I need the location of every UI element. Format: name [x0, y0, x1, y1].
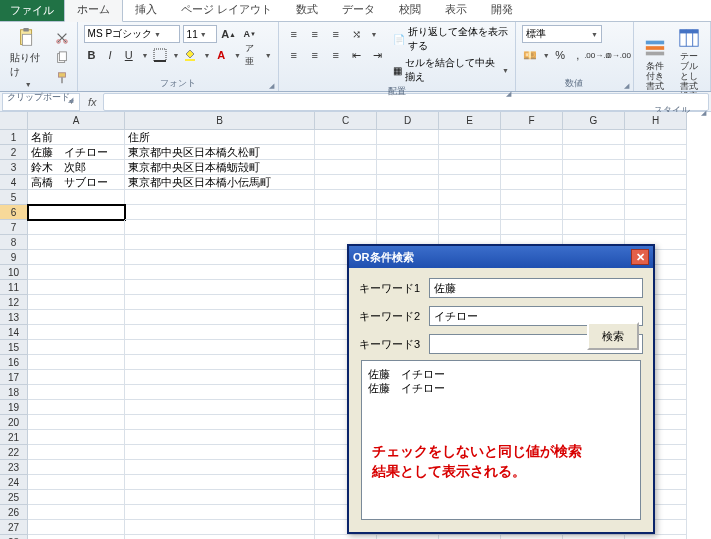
row-header[interactable]: 22: [0, 445, 28, 460]
cell[interactable]: [501, 145, 563, 160]
row-header[interactable]: 11: [0, 280, 28, 295]
cell[interactable]: [125, 250, 315, 265]
font-size-combo[interactable]: 11▼: [183, 25, 217, 43]
cell[interactable]: [28, 190, 125, 205]
cell[interactable]: [125, 475, 315, 490]
cell[interactable]: [563, 535, 625, 539]
cell[interactable]: [563, 175, 625, 190]
cell[interactable]: [125, 430, 315, 445]
cell[interactable]: [377, 190, 439, 205]
cell[interactable]: [439, 130, 501, 145]
cell[interactable]: [125, 415, 315, 430]
cell[interactable]: [501, 190, 563, 205]
cell[interactable]: [377, 535, 439, 539]
col-header[interactable]: D: [377, 112, 439, 130]
row-header[interactable]: 12: [0, 295, 28, 310]
cell[interactable]: [125, 505, 315, 520]
cell[interactable]: [439, 160, 501, 175]
cell[interactable]: [125, 325, 315, 340]
currency-button[interactable]: 💴: [522, 46, 538, 64]
cell[interactable]: [28, 370, 125, 385]
cell[interactable]: [625, 175, 687, 190]
row-header[interactable]: 13: [0, 310, 28, 325]
cell[interactable]: [315, 205, 377, 220]
cell[interactable]: [315, 160, 377, 175]
cell[interactable]: [625, 145, 687, 160]
cell[interactable]: [625, 205, 687, 220]
cell[interactable]: 佐藤 イチロー: [28, 145, 125, 160]
cell[interactable]: 名前: [28, 130, 125, 145]
align-right-button[interactable]: ≡: [327, 46, 345, 64]
cell[interactable]: [28, 205, 125, 220]
border-button[interactable]: [152, 46, 168, 64]
col-header[interactable]: G: [563, 112, 625, 130]
orientation-button[interactable]: ⤭: [348, 25, 366, 43]
cell[interactable]: [28, 340, 125, 355]
cell[interactable]: [125, 355, 315, 370]
align-bottom-button[interactable]: ≡: [327, 25, 345, 43]
row-header[interactable]: 20: [0, 415, 28, 430]
row-header[interactable]: 27: [0, 520, 28, 535]
row-header[interactable]: 26: [0, 505, 28, 520]
row-header[interactable]: 1: [0, 130, 28, 145]
row-header[interactable]: 7: [0, 220, 28, 235]
col-header[interactable]: F: [501, 112, 563, 130]
wrap-text-button[interactable]: 📄折り返して全体を表示する: [393, 25, 509, 53]
conditional-format-button[interactable]: 条件付き 書式: [640, 35, 670, 93]
indent-inc-button[interactable]: ⇥: [369, 46, 387, 64]
cell[interactable]: [501, 535, 563, 539]
tab-data[interactable]: データ: [330, 0, 387, 21]
cell[interactable]: [563, 130, 625, 145]
cell[interactable]: [439, 175, 501, 190]
row-header[interactable]: 14: [0, 325, 28, 340]
cell[interactable]: [377, 205, 439, 220]
row-header[interactable]: 5: [0, 190, 28, 205]
cell[interactable]: [439, 220, 501, 235]
cell[interactable]: [125, 340, 315, 355]
merge-center-button[interactable]: ▦セルを結合して中央揃え▼: [393, 56, 509, 84]
row-header[interactable]: 16: [0, 355, 28, 370]
underline-button[interactable]: U: [121, 46, 137, 64]
tab-page-layout[interactable]: ページ レイアウト: [169, 0, 284, 21]
cell[interactable]: [625, 220, 687, 235]
inc-decimal-button[interactable]: .00→.0: [588, 46, 606, 64]
cell[interactable]: [28, 535, 125, 539]
cell[interactable]: [563, 145, 625, 160]
tab-file[interactable]: ファイル: [0, 0, 64, 21]
dialog-titlebar[interactable]: OR条件検索 ✕: [349, 246, 653, 268]
row-header[interactable]: 9: [0, 250, 28, 265]
cell[interactable]: [439, 145, 501, 160]
align-center-button[interactable]: ≡: [306, 46, 324, 64]
cell[interactable]: [315, 220, 377, 235]
col-header[interactable]: C: [315, 112, 377, 130]
cell[interactable]: [501, 160, 563, 175]
cell[interactable]: [28, 250, 125, 265]
cell[interactable]: [28, 490, 125, 505]
cell[interactable]: [125, 295, 315, 310]
tab-insert[interactable]: 挿入: [123, 0, 169, 21]
cell[interactable]: [28, 475, 125, 490]
cell[interactable]: 東京都中央区日本橋小伝馬町: [125, 175, 315, 190]
cell[interactable]: [125, 400, 315, 415]
cell[interactable]: [125, 460, 315, 475]
grow-font-button[interactable]: A▲: [220, 25, 238, 43]
row-header[interactable]: 10: [0, 265, 28, 280]
font-color-button[interactable]: A: [213, 46, 229, 64]
cell[interactable]: [377, 130, 439, 145]
cell[interactable]: [28, 355, 125, 370]
row-header[interactable]: 19: [0, 400, 28, 415]
cell[interactable]: [125, 235, 315, 250]
cell[interactable]: 鈴木 次郎: [28, 160, 125, 175]
align-middle-button[interactable]: ≡: [306, 25, 324, 43]
col-header[interactable]: E: [439, 112, 501, 130]
cell[interactable]: [28, 295, 125, 310]
tab-home[interactable]: ホーム: [64, 0, 123, 22]
cut-button[interactable]: [53, 29, 71, 47]
cell[interactable]: [125, 190, 315, 205]
cell[interactable]: [563, 205, 625, 220]
cell[interactable]: [315, 175, 377, 190]
row-header[interactable]: 24: [0, 475, 28, 490]
col-header[interactable]: A: [28, 112, 125, 130]
comma-button[interactable]: ,: [570, 46, 585, 64]
cell[interactable]: [28, 220, 125, 235]
